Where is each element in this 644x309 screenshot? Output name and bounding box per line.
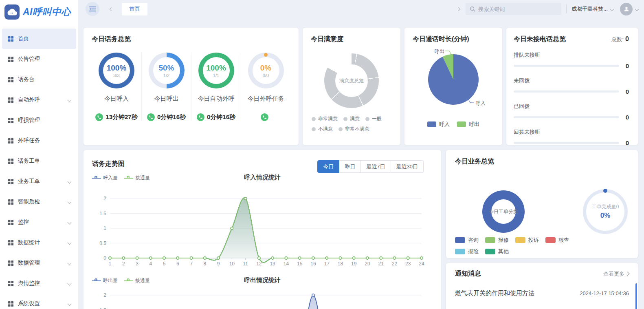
data-point <box>190 257 193 259</box>
trend-tab-2[interactable]: 最近7日 <box>361 160 391 173</box>
user-avatar[interactable] <box>620 3 633 15</box>
sidebar-item-11[interactable]: 数据管理 <box>0 253 78 273</box>
sidebar-item-1[interactable]: 公告管理 <box>0 49 78 69</box>
sidebar-item-label: 业务工单 <box>18 178 40 185</box>
x-tick-label: 13 <box>270 261 275 267</box>
data-point <box>312 294 314 296</box>
missed-row-label: 未回拨 <box>514 77 629 84</box>
card-title: 今日满意度 <box>311 35 392 44</box>
satisfaction-legend-item[interactable]: 非常满意 <box>312 115 338 122</box>
satisfaction-legend-item[interactable]: 一般 <box>365 115 382 122</box>
data-point <box>204 257 206 259</box>
sidebar-item-2[interactable]: 话务台 <box>0 69 78 90</box>
sidebar-item-9[interactable]: 监控 <box>0 212 78 232</box>
missed-row-value: 0 <box>623 62 629 69</box>
satisfaction-donut-chart: 满意度总览 <box>324 53 379 108</box>
business-legend-item[interactable]: 投诉 <box>515 236 539 244</box>
phone-icon <box>97 115 101 119</box>
phone-badge-icon <box>261 113 268 121</box>
x-tick-label: 1 <box>109 261 112 267</box>
trend-tab-1[interactable]: 昨日 <box>339 160 361 173</box>
satisfaction-legend-item[interactable]: 非常不满意 <box>338 126 369 132</box>
inbound-chart-title: 呼入情况统计 <box>92 174 433 181</box>
x-tick-label: 22 <box>392 261 398 267</box>
sidebar-item-3[interactable]: 自动外呼 <box>0 90 78 110</box>
call-stat-3: 0% 0/0 今日外呼任务 <box>241 53 290 121</box>
data-point <box>109 257 111 259</box>
stat-ratio: 1/2 <box>163 73 169 78</box>
global-search[interactable] <box>466 3 561 15</box>
user-menu-caret-icon[interactable] <box>635 7 639 11</box>
grid-icon <box>8 97 14 103</box>
missed-row-label: 回拨未接听 <box>514 128 629 136</box>
legend-item-inbound[interactable]: 呼入 <box>427 121 450 128</box>
call-stat-2: 100% 1/1 今日自动外呼 0分钟16秒 <box>191 53 241 121</box>
stat-label: 今日自动外呼 <box>198 95 235 103</box>
grid-icon <box>8 56 14 62</box>
sidebar-item-4[interactable]: 呼损管理 <box>0 110 78 130</box>
chevron-down-icon <box>68 302 72 306</box>
data-point <box>339 257 341 259</box>
data-point <box>149 257 152 259</box>
notices-scrollbar[interactable] <box>635 283 637 309</box>
phone-badge-icon <box>197 113 204 121</box>
stat-ratio: 0/0 <box>263 73 269 78</box>
business-legend-item[interactable]: 报修 <box>485 236 509 244</box>
data-point <box>271 257 274 259</box>
business-legend-item[interactable]: 咨询 <box>455 236 479 244</box>
view-more-link[interactable]: 查看更多 <box>603 270 629 278</box>
sidebar-item-5[interactable]: 外呼任务 <box>0 130 78 151</box>
business-legend-item[interactable]: 核查 <box>545 236 569 244</box>
stat-duration: 13分钟27秒 <box>95 113 137 121</box>
company-caret-icon[interactable] <box>610 7 614 11</box>
legend-dot <box>312 127 316 131</box>
phone-icon <box>149 115 153 119</box>
data-point <box>244 197 247 200</box>
missed-row-value: 0 <box>623 139 629 146</box>
grid-icon <box>8 138 14 144</box>
grid-icon <box>8 240 14 246</box>
pie-slice-呼入[interactable] <box>428 54 479 105</box>
sidebar-item-13[interactable]: 系统设置 <box>0 294 78 309</box>
legend-item-outbound[interactable]: 呼出 <box>457 121 479 128</box>
satisfaction-donut-center-label: 满意度总览 <box>324 53 379 108</box>
sidebar-collapse-button[interactable] <box>86 2 99 16</box>
satisfaction-legend-item[interactable]: 不满意 <box>312 126 333 132</box>
sidebar-item-7[interactable]: 业务工单 <box>0 171 78 192</box>
data-point <box>407 257 409 259</box>
chevron-down-icon <box>68 200 72 204</box>
trend-tab-0[interactable]: 今日 <box>317 160 339 173</box>
breadcrumb-tab-home[interactable]: 首页 <box>122 3 147 15</box>
sidebar-item-0[interactable]: 首页 <box>2 29 76 49</box>
trend-tab-3[interactable]: 最近30日 <box>391 160 424 173</box>
sidebar-item-label: 智能质检 <box>18 198 40 205</box>
sidebar-item-10[interactable]: 数据统计 <box>0 232 78 253</box>
sidebar-item-label: 公告管理 <box>18 55 40 63</box>
stat-donut-chart: 50% 1/2 <box>149 53 185 88</box>
x-tick-label: 18 <box>338 261 343 267</box>
y-tick-label: 2 <box>103 196 106 201</box>
y-tick-label: 0.5 <box>99 241 106 246</box>
search-input[interactable] <box>478 6 552 12</box>
missed-total-value: 0 <box>625 35 629 42</box>
business-legend-item[interactable]: 报险 <box>455 248 479 255</box>
breadcrumb-back-icon[interactable] <box>110 7 114 11</box>
sidebar-item-8[interactable]: 智能质检 <box>0 192 78 212</box>
card-title: 今日未接电话总览 <box>514 35 566 44</box>
x-tick-label: 16 <box>310 261 316 267</box>
progress-dot <box>264 53 268 57</box>
pie-label-inbound: 呼入 <box>476 100 486 107</box>
card-call-duration: 今日通话时长(分钟) 呼出 呼入 呼入 呼出 <box>404 28 502 145</box>
y-tick-label: 1.5 <box>99 211 106 216</box>
breadcrumb-forward-icon[interactable] <box>457 7 461 11</box>
card-satisfaction: 今日满意度 满意度总览 非常满意满意一般不满意非常不满意 <box>303 28 400 145</box>
search-icon <box>470 6 475 12</box>
business-legend-item[interactable]: 其他 <box>485 248 509 255</box>
grid-icon <box>8 260 14 266</box>
notice-list-item[interactable]: 燃气表开关的作用和使用方法 2024-12-17 15:04:36 <box>455 289 629 297</box>
sidebar-item-12[interactable]: 舆情监控 <box>0 273 78 294</box>
satisfaction-legend-item[interactable]: 满意 <box>343 115 360 122</box>
company-selector[interactable]: 成都千嘉科技... <box>571 5 608 13</box>
line-series <box>110 198 422 262</box>
sidebar-item-6[interactable]: 话务工单 <box>0 151 78 171</box>
